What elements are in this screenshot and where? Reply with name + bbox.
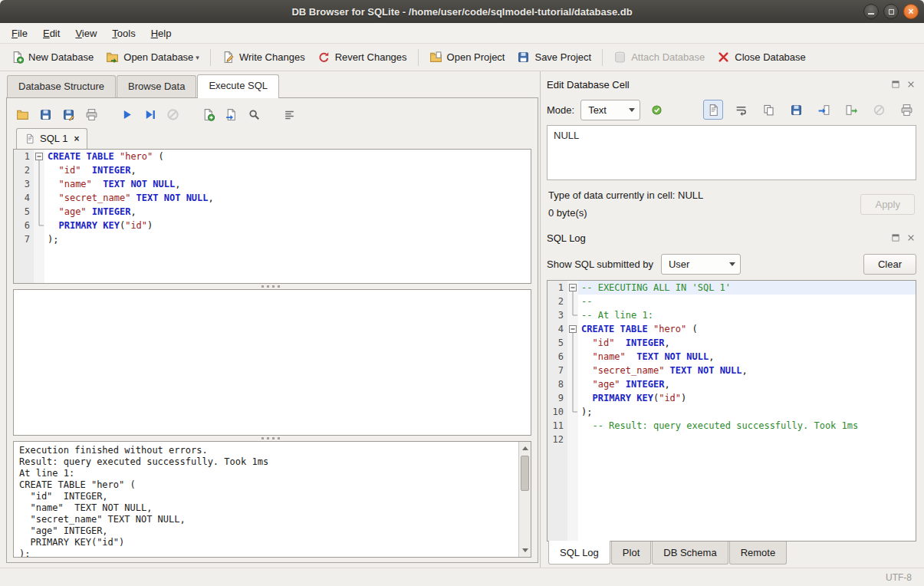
find-replace-icon[interactable]: [245, 105, 263, 123]
save-sql-as-icon[interactable]: [59, 105, 77, 123]
main-tabs: Database StructureBrowse DataExecute SQL: [6, 74, 538, 97]
sql-log-editor[interactable]: 1-- EXECUTING ALL IN 'SQL 1'2--3-- At li…: [547, 280, 916, 542]
mode-select[interactable]: Text: [580, 100, 640, 120]
close-pane-icon[interactable]: [905, 79, 916, 91]
dropdown-caret-icon[interactable]: ▾: [196, 54, 199, 64]
left-pane: Database StructureBrowse DataExecute SQL…: [0, 71, 540, 568]
menu-help[interactable]: Help: [144, 25, 179, 42]
scrollbar-thumb[interactable]: [521, 456, 529, 491]
menu-tools[interactable]: Tools: [105, 25, 142, 42]
bottom-tab-plot[interactable]: Plot: [611, 542, 651, 565]
open-project-button[interactable]: Open Project: [423, 47, 511, 67]
tab-database-structure[interactable]: Database Structure: [7, 75, 116, 97]
scroll-down-icon[interactable]: [519, 545, 531, 557]
window-title: DB Browser for SQLite - /home/user/code/…: [0, 6, 924, 18]
bottom-tab-db-schema[interactable]: DB Schema: [652, 542, 728, 565]
copy-cell-icon[interactable]: [758, 100, 778, 120]
menubar: FileEditViewToolsHelp: [0, 23, 924, 44]
maximize-icon[interactable]: [883, 4, 899, 19]
float-pane-icon[interactable]: [889, 79, 901, 91]
line-number: 4: [14, 191, 34, 205]
bottom-tab-remote[interactable]: Remote: [729, 542, 788, 565]
save-cell-icon[interactable]: [786, 100, 806, 120]
splitter-handle[interactable]: [13, 436, 531, 441]
close-tab-icon[interactable]: ×: [74, 133, 79, 144]
cell-editor[interactable]: NULL: [547, 125, 916, 180]
line-number: 1: [547, 281, 567, 295]
fold-marker-icon[interactable]: [567, 322, 578, 336]
export-cell-icon[interactable]: [841, 100, 861, 120]
fold-marker-icon: [567, 405, 578, 419]
open-database-button[interactable]: Open Database▾: [100, 47, 206, 67]
fold-marker-icon: [567, 419, 578, 433]
bottom-tab-sql-log[interactable]: SQL Log: [548, 541, 610, 565]
print-icon[interactable]: [896, 100, 916, 120]
sql-editor[interactable]: 1CREATE TABLE "hero" (2 "id" INTEGER,3 "…: [13, 149, 531, 284]
write-changes-button[interactable]: Write Changes: [215, 47, 311, 67]
print-icon[interactable]: [82, 105, 100, 123]
fold-marker-icon: [567, 433, 578, 446]
log-filter-value: User: [669, 258, 722, 270]
code-text: "secret_name" TEXT NOT NULL,: [44, 191, 531, 205]
close-pane-icon[interactable]: [905, 232, 916, 244]
clear-button[interactable]: Clear: [863, 254, 916, 275]
close-icon[interactable]: ×: [903, 4, 919, 19]
open-in-new-tab-icon[interactable]: [199, 105, 217, 123]
code-line: 7 "secret_name" TEXT NOT NULL,: [547, 364, 916, 377]
code-line: 8 "age" INTEGER,: [547, 377, 916, 391]
scroll-up-icon[interactable]: [519, 442, 531, 454]
save-project-button[interactable]: Save Project: [511, 47, 597, 67]
save-sql-file-icon[interactable]: [36, 105, 54, 123]
cell-info: Type of data currently in cell: NULL 0 b…: [547, 180, 916, 228]
auto-format-icon[interactable]: [280, 105, 298, 123]
export-sql-icon[interactable]: [222, 105, 240, 123]
mode-label: Mode:: [547, 104, 574, 116]
write-changes-icon: [222, 51, 235, 64]
text-mode-icon[interactable]: [703, 100, 723, 120]
fold-marker-icon[interactable]: [34, 150, 44, 163]
line-number: 6: [547, 350, 567, 364]
messages-scrollbar[interactable]: [518, 442, 531, 557]
execute-all-icon[interactable]: [117, 105, 136, 123]
code-line: 7);: [14, 232, 531, 246]
chevron-down-icon: [729, 262, 735, 269]
log-filter-label: Show SQL submitted by: [547, 258, 653, 270]
cell-type-text: Type of data currently in cell: NULL: [548, 189, 860, 201]
titlebar[interactable]: DB Browser for SQLite - /home/user/code/…: [0, 0, 924, 23]
code-text: -- EXECUTING ALL IN 'SQL 1': [578, 281, 916, 295]
word-wrap-icon[interactable]: [731, 100, 751, 120]
log-filter-select[interactable]: User: [661, 254, 741, 275]
code-text: );: [578, 405, 916, 419]
code-line: 5 "id" INTEGER,: [547, 336, 916, 350]
open-sql-file-icon[interactable]: [13, 105, 31, 123]
revert-changes-button[interactable]: Revert Changes: [311, 47, 413, 67]
line-number: 8: [547, 377, 567, 391]
menu-edit[interactable]: Edit: [36, 25, 67, 42]
menu-view[interactable]: View: [68, 25, 104, 42]
float-pane-icon[interactable]: [889, 232, 901, 244]
sql-tab[interactable]: SQL 1×: [16, 128, 87, 149]
close-database-button[interactable]: Close Database: [711, 47, 812, 67]
line-number: 9: [547, 391, 567, 405]
code-text: PRIMARY KEY("id"): [578, 391, 916, 405]
results-grid[interactable]: [13, 289, 531, 436]
close-database-icon: [717, 51, 730, 64]
menu-file[interactable]: File: [5, 25, 35, 42]
apply-format-icon[interactable]: [646, 100, 666, 120]
code-text: "age" INTEGER,: [44, 205, 531, 219]
tab-execute-sql[interactable]: Execute SQL: [197, 74, 279, 98]
open-project-icon: [429, 51, 442, 64]
line-number: 10: [547, 405, 567, 419]
new-database-button[interactable]: New Database: [5, 47, 100, 67]
splitter-handle[interactable]: [13, 284, 531, 289]
execute-current-line-icon[interactable]: [140, 105, 159, 123]
line-number: 5: [14, 205, 34, 219]
code-line: 10);: [547, 405, 916, 419]
tab-browse-data[interactable]: Browse Data: [117, 75, 196, 97]
sql-file-icon: [25, 133, 35, 144]
minimize-icon[interactable]: [863, 4, 879, 19]
messages-pane: Execution finished without errors. Resul…: [13, 441, 531, 558]
fold-marker-icon[interactable]: [567, 281, 578, 295]
import-cell-icon[interactable]: [814, 100, 834, 120]
cell-mode-row: Mode: Text: [547, 94, 916, 125]
